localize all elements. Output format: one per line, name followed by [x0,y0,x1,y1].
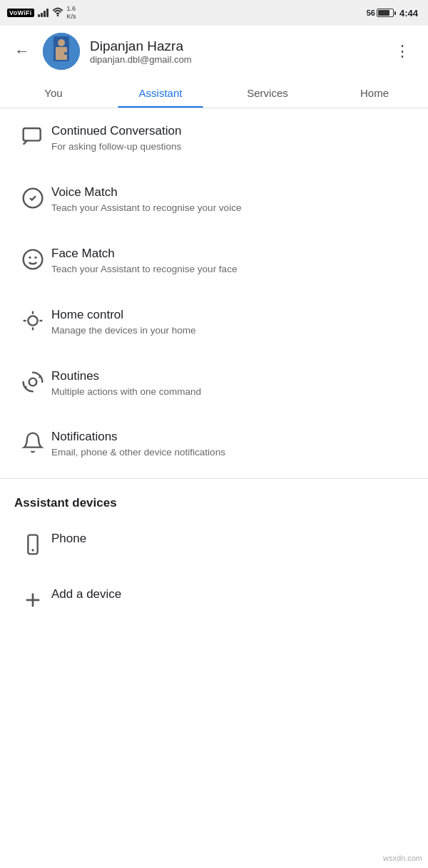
facematch-icon [14,247,51,271]
svg-point-10 [29,257,31,259]
routines-icon [14,369,51,393]
watermark: wsxdn.com [383,854,422,862]
home-control-icon [14,308,51,332]
data-speed: 1.6 K/s [67,5,76,21]
notifications-subtitle: Email, phone & other device notification… [51,446,414,460]
assistant-devices-header: Assistant devices [0,482,428,516]
svg-point-5 [64,52,67,55]
notifications-icon [14,430,51,454]
back-button[interactable]: ← [11,39,33,63]
avatar [43,33,80,70]
vowifi-badge: VoWiFi [7,9,34,17]
tab-bar: You Assistant Services Home [0,77,428,108]
tab-services[interactable]: Services [214,77,321,108]
tab-you[interactable]: You [0,77,107,108]
signal-bars [38,9,49,17]
continued-conversation-item[interactable]: Continued Conversation For asking follow… [0,108,428,170]
chat-icon [14,124,51,148]
battery-container: 56 [367,9,394,17]
voice-match-title: Voice Match [51,185,414,200]
routines-item[interactable]: Routines Multiple actions with one comma… [0,353,428,415]
notifications-item[interactable]: Notifications Email, phone & other devic… [0,414,428,475]
phone-title: Phone [51,532,414,546]
status-bar: VoWiFi 1.6 K/s 56 4:44 [0,0,428,26]
svg-point-0 [56,15,58,17]
status-left: VoWiFi 1.6 K/s [7,5,76,21]
user-info: Dipanjan Hazra dipanjan.dbl@gmail.com [90,38,379,65]
voicematch-icon [14,185,51,210]
add-icon [14,587,51,611]
continued-conversation-subtitle: For asking follow-up questions [51,140,414,154]
home-control-title: Home control [51,308,414,322]
svg-point-3 [58,39,65,46]
svg-point-12 [28,316,37,325]
voice-match-item[interactable]: Voice Match Teach your Assistant to reco… [0,170,428,231]
user-email: dipanjan.dbl@gmail.com [90,54,379,65]
wifi-icon [52,7,63,19]
face-match-title: Face Match [51,247,414,261]
face-match-item[interactable]: Face Match Teach your Assistant to recog… [0,231,428,292]
home-control-subtitle: Manage the devices in your home [51,324,414,338]
user-name: Dipanjan Hazra [90,38,379,54]
face-match-subtitle: Teach your Assistant to recognise your f… [51,263,414,277]
time-display: 4:44 [399,8,418,19]
status-right: 56 4:44 [367,8,418,19]
voice-match-subtitle: Teach your Assistant to recognise your v… [51,202,414,215]
continued-conversation-title: Continued Conversation [51,124,414,138]
svg-point-17 [29,378,37,386]
routines-subtitle: Multiple actions with one command [51,386,414,399]
add-device-title: Add a device [51,587,414,601]
battery-level: 56 [367,9,375,17]
svg-point-11 [34,257,36,259]
phone-icon [14,532,51,556]
section-divider [0,478,428,479]
battery-icon [377,9,394,17]
svg-point-9 [24,249,43,269]
app-header: ← Dipanjan Hazra dipanjan.dbl@gmail.com … [0,26,428,77]
svg-rect-6 [24,128,41,140]
tab-home[interactable]: Home [321,77,428,108]
tab-assistant[interactable]: Assistant [107,77,214,108]
add-device-item[interactable]: Add a device [0,572,428,627]
home-control-item[interactable]: Home control Manage the devices in your … [0,292,428,353]
more-options-button[interactable]: ⋮ [389,39,417,63]
notifications-title: Notifications [51,430,414,444]
routines-title: Routines [51,369,414,383]
phone-item[interactable]: Phone [0,516,428,572]
